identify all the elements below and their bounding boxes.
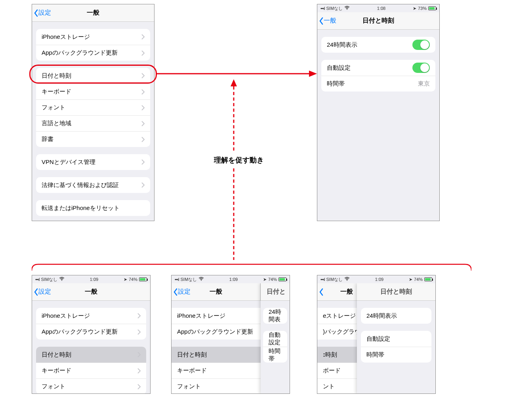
timezone-value: 東京	[418, 80, 430, 88]
status-bar: SIMなし 1:09 ➤74%	[32, 275, 150, 283]
back-button[interactable]: 設定	[32, 288, 51, 296]
row-timezone[interactable]: 時間帯	[263, 347, 287, 363]
back-button[interactable]: 設定	[32, 9, 51, 17]
signal-icon	[175, 277, 179, 282]
back-button[interactable]: 一般	[317, 17, 336, 25]
navbar: 設定 一般	[172, 283, 261, 301]
list-item[interactable]: ː時刻	[317, 347, 357, 363]
list-item[interactable]: ント	[317, 378, 357, 394]
list-item[interactable]: eストレージ	[317, 308, 357, 324]
row-date-time-pressed[interactable]: 日付と時刻	[36, 347, 146, 363]
status-time: 1:08	[377, 6, 385, 11]
battery-icon	[424, 277, 432, 281]
row-fonts[interactable]: フォント	[172, 378, 261, 394]
wifi-icon	[59, 277, 65, 282]
row-vpn-device-management[interactable]: VPNとデバイス管理	[36, 154, 150, 170]
svg-marker-1	[309, 71, 317, 77]
group: 24時間表示	[361, 308, 431, 324]
chevron-right-icon	[141, 121, 145, 126]
row-24hour[interactable]: 24時間表	[263, 308, 287, 324]
row-dictionary[interactable]: 辞書	[36, 131, 150, 147]
carrier-label: SIMなし	[326, 6, 343, 11]
wifi-icon	[344, 277, 350, 282]
row-legal-regulatory[interactable]: 法律に基づく情報および認証	[36, 177, 150, 193]
group-24h: 24時間表示	[321, 37, 435, 53]
pane-outgoing: 設定 一般 iPhoneストレージ Appのバックグラウンド更新 日付と時刻 キ…	[172, 283, 261, 394]
row-date-time-pressed[interactable]: 日付と時刻	[172, 347, 261, 363]
battery-icon	[428, 6, 436, 10]
row-fonts[interactable]: フォント	[36, 378, 146, 394]
chevron-right-icon	[141, 137, 145, 142]
row-transfer-reset[interactable]: 転送またはiPhoneをリセット	[36, 200, 150, 216]
battery-icon	[139, 277, 147, 281]
arrow-transition	[157, 70, 317, 78]
row-fonts[interactable]: フォント	[36, 99, 150, 115]
location-icon: ➤	[124, 277, 127, 282]
status-bar: SIMなし 1:09 ➤74%	[317, 275, 435, 283]
signal-icon	[35, 277, 40, 282]
chevron-right-icon	[137, 368, 141, 374]
list-item[interactable]: )バックグラウント	[317, 324, 357, 340]
battery-label: 73%	[418, 6, 427, 11]
group-1: iPhoneストレージ Appのバックグラウンド更新	[36, 29, 150, 61]
row-iphone-storage[interactable]: iPhoneストレージ	[172, 308, 261, 324]
phone-transition-1: SIMなし 1:09 ➤74% 設定 一般 iPhoneストレージ Appのバッ…	[32, 275, 151, 394]
location-icon: ➤	[409, 277, 412, 282]
row-iphone-storage[interactable]: iPhoneストレージ	[36, 308, 146, 324]
row-keyboard[interactable]: キーボード	[172, 363, 261, 378]
pane-incoming: 日付と 24時間表 自動設定 時間帯	[261, 283, 290, 394]
row-iphone-storage[interactable]: iPhoneストレージ	[36, 29, 150, 45]
group-5: 転送またはiPhoneをリセット	[36, 200, 150, 216]
highlight-date-time-row	[29, 65, 157, 84]
pane-outgoing: 一般 eストレージ )バックグラウント ː時刻 ボード ント	[317, 283, 357, 394]
navbar: 日付と	[261, 283, 290, 301]
bracket-transitions	[32, 260, 471, 271]
phone-general: 設定 一般 iPhoneストレージ Appのバックグラウンド更新 日付と時刻 キ…	[32, 4, 154, 221]
navbar: 一般	[317, 283, 357, 301]
phone-transition-2: SIMなし 1:09 ➤74% 設定 一般 iPhoneストレージ Appのバッ…	[171, 275, 290, 394]
toggle-auto-set[interactable]	[412, 63, 430, 73]
row-timezone[interactable]: 時間帯	[361, 347, 431, 363]
back-label: 一般	[324, 17, 336, 25]
navbar-general: 設定 一般	[32, 4, 154, 22]
svg-point-7	[201, 280, 202, 281]
back-button[interactable]: 設定	[172, 288, 191, 296]
annotation-motion: 理解を促す動き	[214, 155, 264, 165]
row-24hour[interactable]: 24時間表示	[361, 308, 431, 324]
row-keyboard[interactable]: キーボード	[36, 84, 150, 99]
svg-marker-3	[231, 79, 237, 86]
chevron-right-icon	[137, 352, 141, 357]
back-label: 設定	[38, 9, 51, 17]
row-language-region[interactable]: 言語と地域	[36, 115, 150, 131]
row-auto-set[interactable]: 自動設定	[263, 331, 287, 347]
row-auto-set[interactable]: 自動設定	[321, 60, 435, 76]
status-bar: SIMなし 1:09 ➤74%	[172, 275, 290, 283]
signal-icon	[320, 6, 325, 11]
row-keyboard[interactable]: キーボード	[36, 363, 146, 378]
row-background-app-refresh[interactable]: Appのバックグラウンド更新	[172, 324, 261, 340]
chevron-right-icon	[141, 182, 145, 188]
navbar-datetime: 一般 日付と時刻	[317, 12, 439, 30]
back-button[interactable]	[317, 288, 324, 296]
group: iPhoneストレージ Appのバックグラウンド更新	[36, 308, 146, 340]
signal-icon	[320, 277, 325, 282]
page-title: 一般	[87, 9, 99, 17]
svg-point-8	[347, 280, 347, 281]
wifi-icon	[198, 277, 204, 282]
row-24hour[interactable]: 24時間表示	[321, 37, 435, 53]
row-background-app-refresh[interactable]: Appのバックグラウンド更新	[36, 45, 150, 61]
row-timezone[interactable]: 時間帯 東京	[321, 76, 435, 92]
row-background-app-refresh[interactable]: Appのバックグラウンド更新	[36, 324, 146, 340]
toggle-24hour[interactable]	[412, 40, 430, 50]
chevron-right-icon	[141, 159, 145, 165]
row-auto-set[interactable]: 自動設定	[361, 331, 431, 347]
group-3: VPNとデバイス管理	[36, 154, 150, 170]
group-auto-tz: 自動設定 時間帯 東京	[321, 60, 435, 92]
chevron-right-icon	[141, 50, 145, 56]
chevron-right-icon	[141, 89, 145, 95]
wifi-icon	[344, 6, 350, 11]
phone-date-time: SIMなし 1:08 ➤ 73% 一般 日付と時刻 24時間表示 自動設定	[317, 4, 440, 221]
location-icon: ➤	[263, 277, 267, 282]
list-item[interactable]: ボード	[317, 363, 357, 378]
battery-icon	[278, 277, 286, 281]
